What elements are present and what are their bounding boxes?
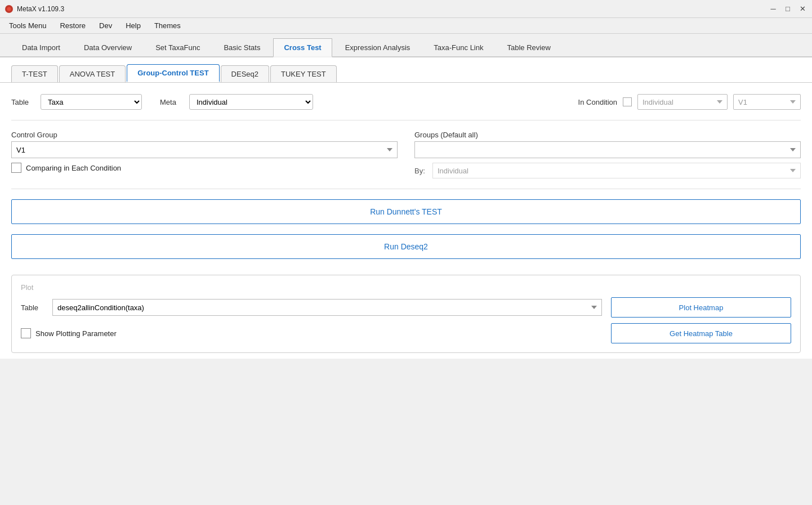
meta-dropdown-wrap: Individual [189, 94, 313, 110]
meta-label: Meta [160, 98, 182, 106]
tab-content: Table Taxa Meta Individual In Condition … [0, 82, 812, 359]
table-dropdown-wrap: Taxa [41, 94, 142, 110]
control-group-label: Control Group [11, 131, 398, 139]
plot-heatmap-button[interactable]: Plot Heatmap [611, 297, 791, 318]
get-heatmap-table-button[interactable]: Get Heatmap Table [611, 323, 791, 343]
groups-select[interactable] [414, 141, 801, 158]
menu-restore[interactable]: Restore [57, 20, 88, 31]
control-group-select[interactable]: V1 [11, 141, 398, 158]
show-param-checkbox[interactable] [21, 328, 31, 338]
tab-table-review[interactable]: Table Review [496, 38, 561, 56]
subtab-ttest[interactable]: T-TEST [11, 65, 58, 82]
comparing-checkbox[interactable] [11, 163, 21, 173]
by-label: By: [414, 167, 428, 175]
menu-dev[interactable]: Dev [97, 20, 114, 31]
by-row: By: Individual [414, 163, 801, 178]
run-deseq2-button[interactable]: Run Deseq2 [11, 234, 801, 259]
comparing-row: Comparing in Each Condition [11, 163, 398, 173]
control-groups-row: Control Group V1 Comparing in Each Condi… [11, 131, 801, 178]
tab-set-taxafunc[interactable]: Set TaxaFunc [145, 38, 211, 56]
comparing-label: Comparing in Each Condition [26, 164, 121, 172]
meta-select[interactable]: Individual [190, 95, 313, 109]
in-condition-select[interactable]: Individual [637, 94, 728, 110]
app-icon [5, 5, 14, 14]
plot-table-select[interactable]: deseq2allinCondition(taxa) [52, 299, 602, 316]
title-bar: MetaX v1.109.3 ─ □ ✕ [0, 0, 812, 18]
subtab-anova[interactable]: ANOVA TEST [59, 65, 126, 82]
show-param-row: Show Plotting Parameter [21, 328, 117, 338]
main-tabs: Data Import Data Overview Set TaxaFunc B… [0, 34, 812, 57]
groups-label: Groups (Default all) [414, 131, 801, 139]
table-label: Table [11, 98, 34, 106]
menu-help[interactable]: Help [123, 20, 143, 31]
sub-tabs: T-TEST ANOVA TEST Group-Control TEST DES… [0, 57, 812, 82]
show-param-label: Show Plotting Parameter [35, 329, 117, 338]
table-meta-row: Table Taxa Meta Individual In Condition … [11, 94, 801, 110]
subtab-deseq2[interactable]: DESeq2 [221, 65, 269, 82]
minimize-button[interactable]: ─ [768, 4, 778, 14]
tab-cross-test[interactable]: Cross Test [273, 38, 332, 57]
table-select[interactable]: Taxa [41, 95, 141, 109]
run-dunnett-button[interactable]: Run Dunnett's TEST [11, 199, 801, 224]
tab-data-import[interactable]: Data Import [11, 38, 71, 56]
title-bar-controls: ─ □ ✕ [768, 4, 807, 14]
subtab-tukey[interactable]: TUKEY TEST [270, 65, 337, 82]
app-title: MetaX v1.109.3 [17, 5, 64, 13]
in-condition-label: In Condition [578, 98, 617, 106]
plot-table-row: Table deseq2allinCondition(taxa) Plot He… [21, 297, 791, 318]
by-select[interactable]: Individual [432, 163, 801, 178]
tab-taxa-func-link[interactable]: Taxa-Func Link [423, 38, 494, 56]
tab-expression-analysis[interactable]: Expression Analysis [334, 38, 421, 56]
menu-themes[interactable]: Themes [152, 20, 183, 31]
groups-col: Groups (Default all) By: Individual [414, 131, 801, 178]
in-condition-v1-select[interactable]: V1 [733, 94, 801, 110]
svg-point-1 [7, 7, 11, 11]
plot-section: Plot Table deseq2allinCondition(taxa) Pl… [11, 275, 801, 353]
close-button[interactable]: ✕ [797, 4, 807, 14]
in-condition-checkbox[interactable] [623, 97, 632, 106]
plot-table-label: Table [21, 303, 43, 312]
plot-bottom-row: Show Plotting Parameter Get Heatmap Tabl… [21, 323, 791, 343]
control-group-col: Control Group V1 Comparing in Each Condi… [11, 131, 398, 178]
subtab-group-control[interactable]: Group-Control TEST [127, 64, 219, 82]
maximize-button[interactable]: □ [783, 4, 793, 14]
title-bar-left: MetaX v1.109.3 [5, 5, 64, 14]
plot-section-label: Plot [21, 283, 791, 292]
tab-basic-stats[interactable]: Basic Stats [213, 38, 271, 56]
divider-2 [11, 189, 801, 189]
tab-data-overview[interactable]: Data Overview [73, 38, 142, 56]
menu-tools[interactable]: Tools Menu [7, 20, 48, 31]
in-condition-row: In Condition Individual V1 [578, 94, 801, 110]
menu-bar: Tools Menu Restore Dev Help Themes [0, 18, 812, 34]
divider-1 [11, 120, 801, 120]
